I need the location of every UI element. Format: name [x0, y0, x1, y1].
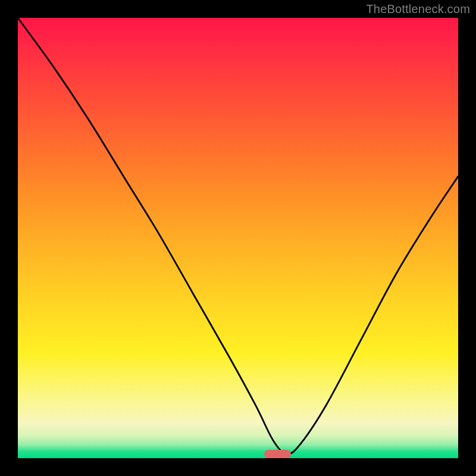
plot-area	[18, 18, 458, 458]
chart-container: TheBottleneck.com	[0, 0, 476, 476]
bottleneck-curve	[18, 18, 458, 458]
watermark-text: TheBottleneck.com	[366, 2, 470, 16]
optimal-marker	[264, 450, 290, 458]
